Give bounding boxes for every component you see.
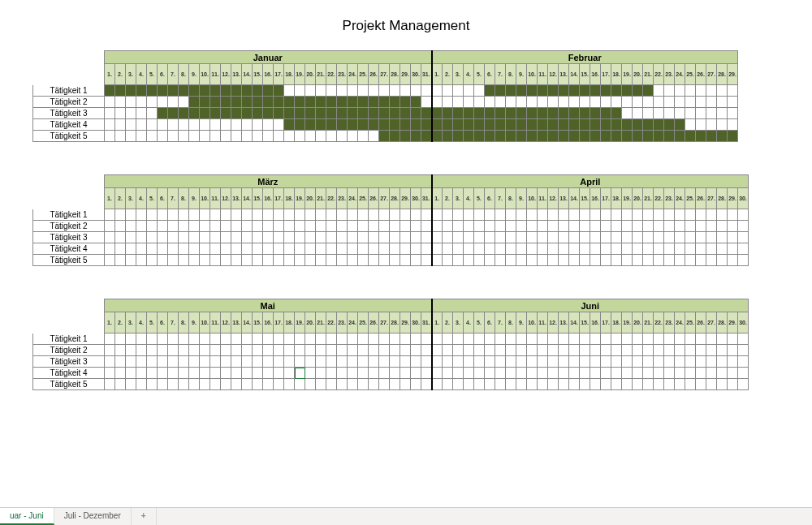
gantt-cell[interactable] xyxy=(706,345,717,356)
gantt-bar-cell[interactable] xyxy=(706,131,717,142)
gantt-cell[interactable] xyxy=(633,356,643,368)
gantt-cell[interactable] xyxy=(421,345,432,356)
gantt-cell[interactable] xyxy=(358,356,369,368)
gantt-cell[interactable] xyxy=(390,379,400,390)
gantt-cell[interactable] xyxy=(242,255,253,266)
gantt-cell[interactable] xyxy=(115,243,126,255)
gantt-cell[interactable] xyxy=(189,356,200,368)
gantt-bar-cell[interactable] xyxy=(453,119,464,131)
gantt-cell[interactable] xyxy=(527,221,538,232)
gantt-cell[interactable] xyxy=(664,368,675,379)
gantt-bar-cell[interactable] xyxy=(527,131,538,142)
gantt-cell[interactable] xyxy=(580,209,590,221)
gantt-cell[interactable] xyxy=(358,131,369,142)
gantt-bar-cell[interactable] xyxy=(400,119,411,131)
gantt-cell[interactable] xyxy=(379,368,390,379)
gantt-cell[interactable] xyxy=(696,356,706,368)
gantt-cell[interactable] xyxy=(305,368,316,379)
gantt-cell[interactable] xyxy=(126,209,136,221)
gantt-cell[interactable] xyxy=(506,209,516,221)
gantt-cell[interactable] xyxy=(274,243,284,255)
gantt-bar-cell[interactable] xyxy=(337,119,348,131)
gantt-cell[interactable] xyxy=(590,334,601,345)
gantt-bar-cell[interactable] xyxy=(263,85,274,97)
gantt-cell[interactable] xyxy=(210,356,221,368)
gantt-cell[interactable] xyxy=(738,243,749,255)
gantt-cell[interactable] xyxy=(485,243,495,255)
gantt-cell[interactable] xyxy=(295,221,305,232)
gantt-cell[interactable] xyxy=(548,356,559,368)
gantt-cell[interactable] xyxy=(136,243,147,255)
gantt-cell[interactable] xyxy=(611,368,622,379)
gantt-cell[interactable] xyxy=(622,255,633,266)
gantt-cell[interactable] xyxy=(115,345,126,356)
gantt-bar-cell[interactable] xyxy=(675,119,685,131)
gantt-cell[interactable] xyxy=(506,97,516,108)
gantt-cell[interactable] xyxy=(200,232,210,243)
gantt-cell[interactable] xyxy=(284,334,295,345)
gantt-cell[interactable] xyxy=(633,368,643,379)
gantt-cell[interactable] xyxy=(326,232,337,243)
gantt-cell[interactable] xyxy=(126,232,136,243)
gantt-cell[interactable] xyxy=(601,97,611,108)
gantt-cell[interactable] xyxy=(474,209,485,221)
gantt-bar-cell[interactable] xyxy=(633,119,643,131)
gantt-cell[interactable] xyxy=(126,345,136,356)
gantt-cell[interactable] xyxy=(221,379,231,390)
gantt-cell[interactable] xyxy=(105,368,115,379)
gantt-cell[interactable] xyxy=(126,131,136,142)
gantt-cell[interactable] xyxy=(305,221,316,232)
gantt-bar-cell[interactable] xyxy=(516,85,527,97)
gantt-cell[interactable] xyxy=(506,334,516,345)
gantt-cell[interactable] xyxy=(443,368,453,379)
gantt-cell[interactable] xyxy=(337,356,348,368)
gantt-cell[interactable] xyxy=(348,334,358,345)
gantt-cell[interactable] xyxy=(590,97,601,108)
gantt-cell[interactable] xyxy=(421,85,432,97)
gantt-cell[interactable] xyxy=(633,345,643,356)
gantt-cell[interactable] xyxy=(253,232,263,243)
gantt-cell[interactable] xyxy=(411,232,421,243)
gantt-cell[interactable] xyxy=(284,131,295,142)
gantt-cell[interactable] xyxy=(453,221,464,232)
gantt-cell[interactable] xyxy=(284,209,295,221)
gantt-cell[interactable] xyxy=(611,379,622,390)
gantt-bar-cell[interactable] xyxy=(580,85,590,97)
gantt-cell[interactable] xyxy=(622,108,633,119)
gantt-bar-cell[interactable] xyxy=(390,119,400,131)
gantt-cell[interactable] xyxy=(189,379,200,390)
gantt-cell[interactable] xyxy=(221,232,231,243)
gantt-cell[interactable] xyxy=(263,379,274,390)
gantt-cell[interactable] xyxy=(421,255,432,266)
gantt-cell[interactable] xyxy=(548,345,559,356)
gantt-bar-cell[interactable] xyxy=(115,85,126,97)
gantt-cell[interactable] xyxy=(590,232,601,243)
gantt-cell[interactable] xyxy=(717,97,728,108)
gantt-cell[interactable] xyxy=(643,368,654,379)
gantt-bar-cell[interactable] xyxy=(274,108,284,119)
gantt-cell[interactable] xyxy=(654,221,664,232)
gantt-cell[interactable] xyxy=(263,345,274,356)
gantt-cell[interactable] xyxy=(696,379,706,390)
gantt-bar-cell[interactable] xyxy=(495,85,506,97)
gantt-cell[interactable] xyxy=(305,131,316,142)
gantt-cell[interactable] xyxy=(622,243,633,255)
gantt-cell[interactable] xyxy=(443,345,453,356)
gantt-cell[interactable] xyxy=(295,356,305,368)
gantt-cell[interactable] xyxy=(274,232,284,243)
gantt-bar-cell[interactable] xyxy=(696,131,706,142)
gantt-cell[interactable] xyxy=(411,221,421,232)
gantt-bar-cell[interactable] xyxy=(643,131,654,142)
gantt-cell[interactable] xyxy=(432,232,443,243)
gantt-cell[interactable] xyxy=(559,334,569,345)
gantt-cell[interactable] xyxy=(189,334,200,345)
gantt-cell[interactable] xyxy=(263,243,274,255)
gantt-cell[interactable] xyxy=(136,368,147,379)
gantt-bar-cell[interactable] xyxy=(538,108,548,119)
gantt-bar-cell[interactable] xyxy=(611,119,622,131)
gantt-cell[interactable] xyxy=(231,345,242,356)
gantt-cell[interactable] xyxy=(675,209,685,221)
gantt-bar-cell[interactable] xyxy=(231,97,242,108)
gantt-cell[interactable] xyxy=(685,232,696,243)
gantt-cell[interactable] xyxy=(147,131,158,142)
